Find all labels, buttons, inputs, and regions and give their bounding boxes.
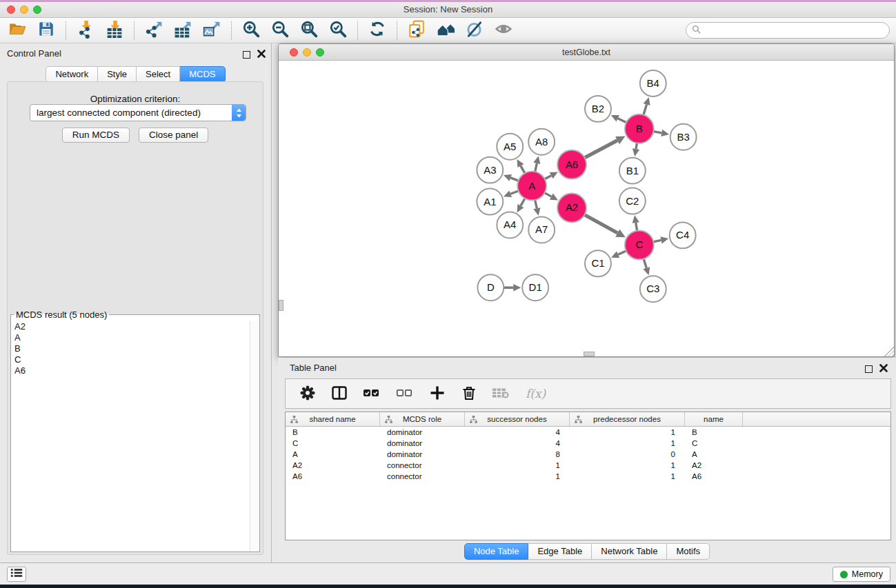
delete-column-button[interactable] (461, 385, 476, 403)
node-A2[interactable]: A2 (557, 194, 586, 223)
node-A4[interactable]: A4 (497, 212, 523, 238)
node-C4[interactable]: C4 (670, 222, 696, 248)
tab-network-table[interactable]: Network Table (592, 543, 667, 560)
task-history-button[interactable] (7, 567, 26, 582)
mcds-result-list: A2ABCA6 (12, 321, 250, 551)
tab-node-table[interactable]: Node Table (464, 543, 529, 560)
svg-text:C2: C2 (626, 195, 639, 207)
node-B2[interactable]: B2 (585, 96, 611, 122)
tab-style[interactable]: Style (98, 66, 137, 83)
mcds-result-item[interactable]: C (12, 354, 250, 365)
zoom-out-button[interactable] (266, 19, 295, 41)
float-panel-icon[interactable] (243, 51, 250, 59)
zoom-fit-button[interactable] (295, 19, 323, 41)
copy-network-button[interactable] (402, 19, 431, 41)
column-header-successor-nodes[interactable]: successor nodes (465, 412, 570, 426)
tab-network[interactable]: Network (46, 66, 98, 83)
node-A5[interactable]: A5 (497, 134, 523, 160)
node-A7[interactable]: A7 (528, 216, 555, 243)
open-file-button[interactable] (3, 19, 32, 41)
cell: 1 (570, 472, 685, 480)
birdseye-toggle-button[interactable] (489, 19, 518, 41)
node-A1[interactable]: A1 (477, 189, 503, 215)
select-all-icon (363, 385, 379, 403)
table-row[interactable]: Cdominator41C (286, 438, 890, 449)
run-mcds-button[interactable]: Run MCDS (62, 128, 130, 143)
node-C2[interactable]: C2 (619, 188, 646, 214)
zoom-in-button[interactable] (237, 19, 266, 41)
import-network-button[interactable] (71, 19, 100, 41)
import-table-button[interactable] (100, 19, 129, 41)
add-column-button[interactable] (429, 385, 444, 403)
cell: A (685, 450, 743, 458)
zoom-selected-button[interactable] (323, 19, 352, 41)
table-row[interactable]: A6connector11A6 (286, 471, 890, 482)
node-C3[interactable]: C3 (640, 276, 666, 302)
node-A8[interactable]: A8 (528, 129, 555, 155)
node-C[interactable]: C (625, 230, 654, 259)
close-panel-button[interactable]: Close panel (139, 128, 208, 143)
close-panel-icon[interactable] (257, 48, 266, 61)
memory-button[interactable]: Memory (833, 567, 890, 582)
column-header-predecessor-nodes[interactable]: predecessor nodes (570, 412, 685, 426)
save-session-button[interactable] (32, 19, 61, 41)
table-row[interactable]: Bdominator41B (286, 427, 890, 438)
horizontal-scroll-thumb[interactable] (584, 352, 595, 356)
column-header-shared-name[interactable]: shared name (286, 412, 380, 426)
search-box[interactable] (686, 22, 890, 39)
vertical-scroll-thumb[interactable] (279, 300, 283, 311)
table-header-row: shared nameMCDS rolesuccessor nodesprede… (286, 412, 890, 427)
mcds-result-item[interactable]: A (12, 332, 250, 343)
table-row[interactable]: A2connector11A2 (286, 460, 890, 471)
svg-text:C1: C1 (591, 257, 604, 269)
tab-mcds[interactable]: MCDS (180, 66, 225, 83)
node-D1[interactable]: D1 (522, 274, 548, 301)
cell: A2 (685, 461, 743, 469)
svg-text:B3: B3 (677, 131, 690, 143)
column-label: shared name (309, 415, 355, 423)
network-window-title: testGlobe.txt (279, 48, 894, 57)
table-row[interactable]: Adominator80A (286, 449, 890, 460)
node-A3[interactable]: A3 (477, 157, 503, 183)
export-network-button[interactable] (139, 19, 168, 41)
tab-select[interactable]: Select (137, 66, 180, 83)
network-canvas[interactable]: B4B2BB3A8A5A6A3B1AA1C2A2A4A7C4CC1C3DD1 (279, 61, 894, 356)
column-visibility-button[interactable] (331, 385, 346, 403)
select-all-button[interactable] (363, 385, 379, 403)
node-A[interactable]: A (517, 172, 546, 201)
table-settings-button[interactable] (299, 385, 315, 403)
node-A6[interactable]: A6 (557, 150, 586, 179)
mcds-result-item[interactable]: B (12, 343, 250, 354)
node-C1[interactable]: C1 (585, 250, 611, 276)
node-D[interactable]: D (477, 274, 504, 301)
column-header-MCDS-role[interactable]: MCDS role (380, 412, 465, 426)
network-window-titlebar[interactable]: testGlobe.txt (279, 44, 894, 61)
home-layout-button[interactable] (431, 19, 460, 41)
import-table-icon (106, 20, 123, 41)
mcds-result-item[interactable]: A6 (12, 365, 250, 376)
resize-grip[interactable] (884, 347, 894, 356)
mcds-result-item[interactable]: A2 (12, 321, 250, 332)
mcds-list-scrollbar[interactable] (250, 321, 259, 551)
control-panel: Control Panel NetworkStyleSelectMCDS Opt… (0, 43, 272, 562)
table-float-panel-icon[interactable] (865, 365, 873, 373)
node-B1[interactable]: B1 (619, 158, 646, 184)
export-image-button[interactable] (197, 19, 226, 41)
node-B3[interactable]: B3 (670, 124, 697, 150)
column-header-name[interactable]: name (685, 412, 743, 426)
tab-motifs[interactable]: Motifs (667, 543, 710, 560)
tab-edge-table[interactable]: Edge Table (528, 543, 592, 560)
export-table-button[interactable] (168, 19, 197, 41)
criterion-dropdown[interactable]: largest connected component (directed) (30, 104, 246, 121)
detail-toggle-button[interactable] (460, 19, 489, 41)
node-B[interactable]: B (625, 114, 654, 143)
search-input[interactable] (701, 24, 889, 37)
refresh-network-button[interactable] (363, 19, 392, 41)
deselect-all-button[interactable] (396, 385, 412, 403)
svg-text:D1: D1 (529, 281, 542, 293)
node-B4[interactable]: B4 (640, 70, 666, 97)
table-close-panel-icon[interactable] (879, 363, 888, 375)
control-panel-title: Control Panel (7, 48, 61, 59)
toolbar-separator (66, 21, 66, 40)
toolbar-separator (397, 21, 397, 40)
